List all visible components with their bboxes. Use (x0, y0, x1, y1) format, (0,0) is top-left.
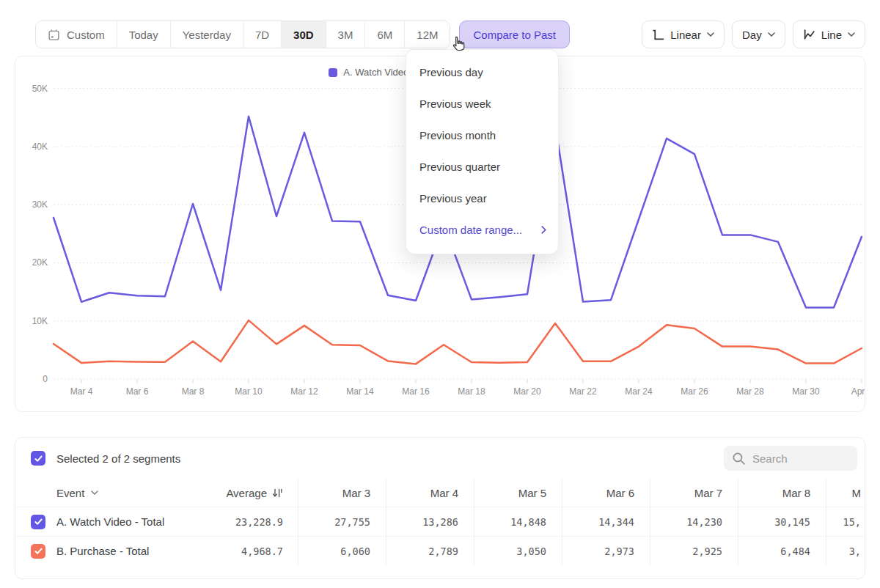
search-icon (732, 452, 746, 466)
range-label: Today (129, 29, 158, 41)
compare-to-past-button[interactable]: Compare to Past (459, 21, 570, 48)
event-header-label: Event (56, 487, 84, 499)
sort-descending-icon (272, 488, 283, 499)
menu-item-previous-month[interactable]: Previous month (406, 120, 558, 151)
chart-type-dropdown-button[interactable]: Line (793, 21, 865, 48)
menu-item-previous-day[interactable]: Previous day (406, 56, 558, 88)
cell-value: 30,145 (774, 516, 810, 528)
search-box[interactable] (724, 446, 857, 471)
date-column-header: Mar 6 (562, 479, 650, 507)
svg-text:Mar 6: Mar 6 (126, 386, 149, 397)
range-button-3m[interactable]: 3M (326, 21, 365, 48)
check-icon (34, 546, 43, 556)
svg-text:50K: 50K (32, 84, 48, 94)
table-header-row: Event Average Mar 3 Mar 4 Mar 5 Mar 6 Ma… (15, 479, 865, 507)
svg-text:Mar 24: Mar 24 (625, 386, 653, 397)
svg-text:40K: 40K (32, 142, 48, 152)
cell-value: 3,050 (516, 545, 546, 557)
chevron-right-icon (541, 226, 546, 234)
interval-dropdown-button[interactable]: Day (732, 21, 785, 48)
menu-item-previous-quarter[interactable]: Previous quarter (406, 151, 558, 183)
date-column-header: Mar 4 (386, 479, 474, 507)
svg-text:Mar 8: Mar 8 (182, 386, 205, 397)
range-button-7d[interactable]: 7D (243, 21, 281, 48)
svg-text:Mar 14: Mar 14 (346, 386, 374, 397)
cell-value: 6,060 (340, 545, 370, 557)
svg-text:Mar 12: Mar 12 (290, 386, 318, 397)
svg-text:Mar 22: Mar 22 (569, 386, 597, 397)
range-label: 3M (338, 29, 353, 41)
range-label: 7D (255, 29, 269, 41)
svg-text:Mar 20: Mar 20 (513, 386, 541, 397)
select-all-checkbox[interactable] (31, 451, 45, 466)
cell-value-clipped: 3, (849, 545, 861, 557)
chevron-down-icon (707, 32, 714, 37)
range-button-6m[interactable]: 6M (364, 21, 404, 48)
range-button-30d-active[interactable]: 30D (281, 21, 326, 48)
check-icon (34, 517, 43, 526)
cell-value-clipped: 15, (843, 516, 861, 528)
row-checkbox-purchase[interactable] (31, 544, 45, 559)
event-column-header[interactable]: Event (15, 479, 206, 507)
custom-date-range-label: Custom date range... (419, 214, 522, 246)
compare-to-past-menu: Previous day Previous week Previous mont… (406, 49, 559, 254)
range-button-custom[interactable]: Custom (36, 21, 117, 48)
range-label: 12M (417, 29, 438, 41)
linear-axis-icon (652, 29, 664, 41)
cell-value: 14,230 (686, 516, 722, 528)
cell-value: 2,973 (604, 545, 634, 557)
cell-value: 13,286 (422, 516, 458, 528)
cell-value: 14,848 (510, 516, 546, 528)
range-label: Yesterday (183, 29, 231, 41)
average-column-header[interactable]: Average (206, 479, 298, 507)
date-column-header: Mar 5 (474, 479, 562, 507)
chevron-down-icon (768, 32, 775, 37)
range-label: 30D (293, 29, 314, 41)
interval-label: Day (742, 29, 762, 41)
svg-text:Mar 18: Mar 18 (458, 386, 485, 397)
cell-value: 27,755 (334, 516, 370, 528)
cell-value: 6,484 (780, 545, 810, 557)
svg-text:10K: 10K (32, 316, 48, 326)
range-label: Custom (67, 29, 105, 41)
range-button-today[interactable]: Today (117, 21, 170, 48)
calendar-icon (48, 29, 60, 41)
date-column-header: Mar 8 (738, 479, 826, 507)
check-icon (34, 454, 43, 463)
row-checkbox-watch-video[interactable] (31, 515, 45, 529)
search-input[interactable] (752, 452, 848, 465)
svg-text:Mar 16: Mar 16 (402, 386, 430, 397)
event-name: A. Watch Video - Total (56, 515, 164, 528)
range-button-yesterday[interactable]: Yesterday (170, 21, 243, 48)
menu-item-previous-year[interactable]: Previous year (406, 183, 558, 214)
svg-text:Apr 1: Apr 1 (851, 386, 865, 397)
table-row: A. Watch Video - Total 23,228.9 27,755 1… (15, 507, 865, 536)
toolbar-spacer (570, 21, 634, 48)
svg-text:0: 0 (43, 374, 48, 384)
scale-label: Linear (670, 29, 701, 41)
svg-text:30K: 30K (32, 199, 48, 210)
cell-value: 14,344 (598, 516, 634, 528)
selected-segments-label: Selected 2 of 2 segments (56, 452, 180, 465)
table-row: B. Purchase - Total 4,968.7 6,060 2,789 … (15, 536, 865, 565)
hand-cursor-icon (448, 34, 468, 55)
menu-item-custom-date-range[interactable]: Custom date range... (406, 214, 558, 246)
average-value: 4,968.7 (241, 545, 283, 557)
date-column-header-clipped: M (826, 479, 865, 507)
range-button-12m[interactable]: 12M (404, 21, 450, 48)
svg-text:Mar 26: Mar 26 (681, 386, 708, 397)
chevron-down-icon (848, 32, 855, 37)
svg-text:Mar 30: Mar 30 (792, 386, 820, 397)
segments-table-card: Selected 2 of 2 segments Event Average M… (15, 437, 865, 579)
svg-text:Mar 28: Mar 28 (736, 386, 764, 397)
range-label: 6M (377, 29, 392, 41)
menu-item-previous-week[interactable]: Previous week (406, 88, 558, 120)
date-range-group: Custom Today Yesterday 7D 30D 3M 6M 12M (35, 21, 450, 48)
toolbar: Custom Today Yesterday 7D 30D 3M 6M 12M … (15, 21, 865, 48)
segments-header: Selected 2 of 2 segments (15, 438, 865, 479)
scale-dropdown-button[interactable]: Linear (642, 21, 725, 48)
svg-text:Mar 10: Mar 10 (235, 386, 263, 397)
svg-text:20K: 20K (32, 257, 48, 268)
cell-value: 2,925 (692, 545, 722, 557)
chevron-down-icon (91, 490, 98, 495)
